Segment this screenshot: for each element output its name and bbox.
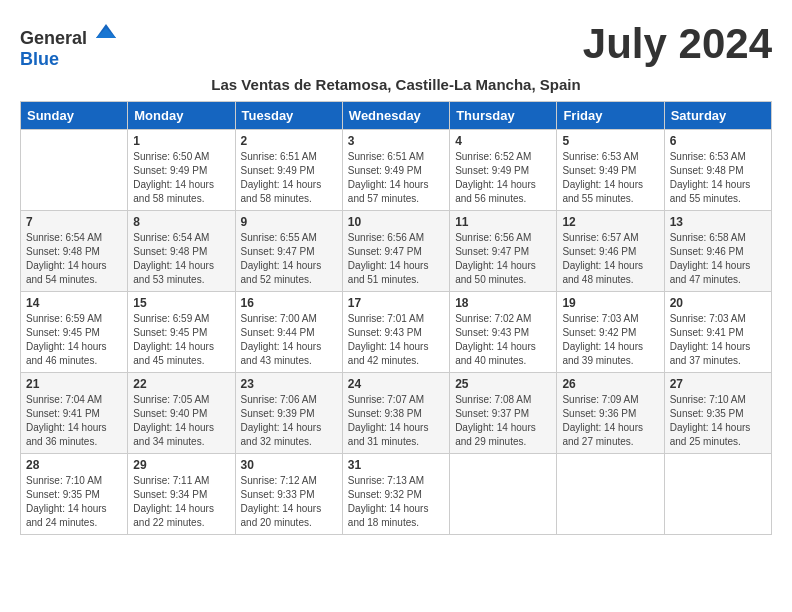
day-header-saturday: Saturday <box>664 102 771 130</box>
day-number: 6 <box>670 134 766 148</box>
day-number: 10 <box>348 215 444 229</box>
day-header-sunday: Sunday <box>21 102 128 130</box>
day-number: 3 <box>348 134 444 148</box>
calendar-cell: 31Sunrise: 7:13 AMSunset: 9:32 PMDayligh… <box>342 454 449 535</box>
day-info: Sunrise: 6:54 AMSunset: 9:48 PMDaylight:… <box>26 231 122 287</box>
day-header-monday: Monday <box>128 102 235 130</box>
calendar-cell: 1Sunrise: 6:50 AMSunset: 9:49 PMDaylight… <box>128 130 235 211</box>
day-number: 14 <box>26 296 122 310</box>
calendar-cell: 18Sunrise: 7:02 AMSunset: 9:43 PMDayligh… <box>450 292 557 373</box>
day-number: 31 <box>348 458 444 472</box>
calendar-cell: 9Sunrise: 6:55 AMSunset: 9:47 PMDaylight… <box>235 211 342 292</box>
calendar-cell: 21Sunrise: 7:04 AMSunset: 9:41 PMDayligh… <box>21 373 128 454</box>
day-info: Sunrise: 6:59 AMSunset: 9:45 PMDaylight:… <box>26 312 122 368</box>
calendar-cell: 8Sunrise: 6:54 AMSunset: 9:48 PMDaylight… <box>128 211 235 292</box>
day-header-friday: Friday <box>557 102 664 130</box>
day-number: 15 <box>133 296 229 310</box>
day-number: 8 <box>133 215 229 229</box>
day-number: 11 <box>455 215 551 229</box>
day-info: Sunrise: 6:55 AMSunset: 9:47 PMDaylight:… <box>241 231 337 287</box>
day-header-thursday: Thursday <box>450 102 557 130</box>
calendar-cell: 17Sunrise: 7:01 AMSunset: 9:43 PMDayligh… <box>342 292 449 373</box>
day-info: Sunrise: 7:09 AMSunset: 9:36 PMDaylight:… <box>562 393 658 449</box>
calendar-cell: 2Sunrise: 6:51 AMSunset: 9:49 PMDaylight… <box>235 130 342 211</box>
day-info: Sunrise: 7:00 AMSunset: 9:44 PMDaylight:… <box>241 312 337 368</box>
logo-general: General <box>20 28 87 48</box>
calendar-cell: 14Sunrise: 6:59 AMSunset: 9:45 PMDayligh… <box>21 292 128 373</box>
calendar-cell: 6Sunrise: 6:53 AMSunset: 9:48 PMDaylight… <box>664 130 771 211</box>
calendar-cell: 20Sunrise: 7:03 AMSunset: 9:41 PMDayligh… <box>664 292 771 373</box>
calendar-cell: 28Sunrise: 7:10 AMSunset: 9:35 PMDayligh… <box>21 454 128 535</box>
calendar-cell: 26Sunrise: 7:09 AMSunset: 9:36 PMDayligh… <box>557 373 664 454</box>
day-number: 29 <box>133 458 229 472</box>
calendar-cell: 15Sunrise: 6:59 AMSunset: 9:45 PMDayligh… <box>128 292 235 373</box>
day-info: Sunrise: 7:03 AMSunset: 9:41 PMDaylight:… <box>670 312 766 368</box>
calendar-cell: 11Sunrise: 6:56 AMSunset: 9:47 PMDayligh… <box>450 211 557 292</box>
calendar-cell: 10Sunrise: 6:56 AMSunset: 9:47 PMDayligh… <box>342 211 449 292</box>
day-info: Sunrise: 6:59 AMSunset: 9:45 PMDaylight:… <box>133 312 229 368</box>
calendar-body: 1Sunrise: 6:50 AMSunset: 9:49 PMDaylight… <box>21 130 772 535</box>
day-info: Sunrise: 7:05 AMSunset: 9:40 PMDaylight:… <box>133 393 229 449</box>
day-number: 30 <box>241 458 337 472</box>
day-info: Sunrise: 6:51 AMSunset: 9:49 PMDaylight:… <box>241 150 337 206</box>
day-number: 13 <box>670 215 766 229</box>
week-row-4: 21Sunrise: 7:04 AMSunset: 9:41 PMDayligh… <box>21 373 772 454</box>
day-number: 25 <box>455 377 551 391</box>
calendar-cell: 7Sunrise: 6:54 AMSunset: 9:48 PMDaylight… <box>21 211 128 292</box>
day-info: Sunrise: 7:10 AMSunset: 9:35 PMDaylight:… <box>26 474 122 530</box>
day-number: 26 <box>562 377 658 391</box>
day-info: Sunrise: 7:04 AMSunset: 9:41 PMDaylight:… <box>26 393 122 449</box>
day-number: 21 <box>26 377 122 391</box>
day-number: 7 <box>26 215 122 229</box>
day-number: 22 <box>133 377 229 391</box>
day-info: Sunrise: 6:54 AMSunset: 9:48 PMDaylight:… <box>133 231 229 287</box>
day-number: 19 <box>562 296 658 310</box>
day-info: Sunrise: 7:03 AMSunset: 9:42 PMDaylight:… <box>562 312 658 368</box>
day-info: Sunrise: 7:01 AMSunset: 9:43 PMDaylight:… <box>348 312 444 368</box>
calendar-cell: 5Sunrise: 6:53 AMSunset: 9:49 PMDaylight… <box>557 130 664 211</box>
day-number: 12 <box>562 215 658 229</box>
logo-blue: Blue <box>20 49 59 69</box>
calendar-cell: 27Sunrise: 7:10 AMSunset: 9:35 PMDayligh… <box>664 373 771 454</box>
days-header-row: SundayMondayTuesdayWednesdayThursdayFrid… <box>21 102 772 130</box>
month-year-title: July 2024 <box>583 20 772 68</box>
week-row-2: 7Sunrise: 6:54 AMSunset: 9:48 PMDaylight… <box>21 211 772 292</box>
calendar-cell: 23Sunrise: 7:06 AMSunset: 9:39 PMDayligh… <box>235 373 342 454</box>
svg-marker-1 <box>96 28 116 38</box>
calendar-table: SundayMondayTuesdayWednesdayThursdayFrid… <box>20 101 772 535</box>
day-info: Sunrise: 6:53 AMSunset: 9:48 PMDaylight:… <box>670 150 766 206</box>
day-number: 5 <box>562 134 658 148</box>
day-number: 4 <box>455 134 551 148</box>
day-info: Sunrise: 7:08 AMSunset: 9:37 PMDaylight:… <box>455 393 551 449</box>
day-info: Sunrise: 6:57 AMSunset: 9:46 PMDaylight:… <box>562 231 658 287</box>
day-number: 16 <box>241 296 337 310</box>
day-info: Sunrise: 7:06 AMSunset: 9:39 PMDaylight:… <box>241 393 337 449</box>
logo-icon <box>94 20 118 44</box>
logo-text: General Blue <box>20 20 118 70</box>
day-number: 24 <box>348 377 444 391</box>
calendar-cell: 29Sunrise: 7:11 AMSunset: 9:34 PMDayligh… <box>128 454 235 535</box>
logo: General Blue <box>20 20 118 70</box>
calendar-cell: 16Sunrise: 7:00 AMSunset: 9:44 PMDayligh… <box>235 292 342 373</box>
day-number: 27 <box>670 377 766 391</box>
day-number: 1 <box>133 134 229 148</box>
calendar-cell: 25Sunrise: 7:08 AMSunset: 9:37 PMDayligh… <box>450 373 557 454</box>
week-row-1: 1Sunrise: 6:50 AMSunset: 9:49 PMDaylight… <box>21 130 772 211</box>
day-info: Sunrise: 7:02 AMSunset: 9:43 PMDaylight:… <box>455 312 551 368</box>
day-info: Sunrise: 6:56 AMSunset: 9:47 PMDaylight:… <box>455 231 551 287</box>
day-info: Sunrise: 7:07 AMSunset: 9:38 PMDaylight:… <box>348 393 444 449</box>
day-number: 20 <box>670 296 766 310</box>
day-number: 2 <box>241 134 337 148</box>
calendar-cell: 24Sunrise: 7:07 AMSunset: 9:38 PMDayligh… <box>342 373 449 454</box>
day-info: Sunrise: 6:58 AMSunset: 9:46 PMDaylight:… <box>670 231 766 287</box>
calendar-cell: 3Sunrise: 6:51 AMSunset: 9:49 PMDaylight… <box>342 130 449 211</box>
day-number: 28 <box>26 458 122 472</box>
calendar-cell: 4Sunrise: 6:52 AMSunset: 9:49 PMDaylight… <box>450 130 557 211</box>
calendar-cell: 30Sunrise: 7:12 AMSunset: 9:33 PMDayligh… <box>235 454 342 535</box>
day-info: Sunrise: 6:56 AMSunset: 9:47 PMDaylight:… <box>348 231 444 287</box>
day-info: Sunrise: 7:12 AMSunset: 9:33 PMDaylight:… <box>241 474 337 530</box>
day-header-wednesday: Wednesday <box>342 102 449 130</box>
day-info: Sunrise: 7:13 AMSunset: 9:32 PMDaylight:… <box>348 474 444 530</box>
day-info: Sunrise: 6:53 AMSunset: 9:49 PMDaylight:… <box>562 150 658 206</box>
calendar-cell <box>450 454 557 535</box>
